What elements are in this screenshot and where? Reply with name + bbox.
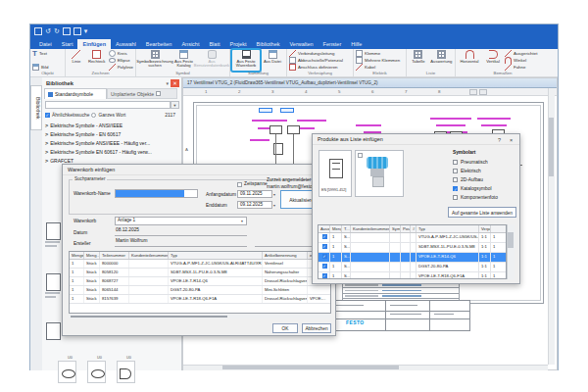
column-header[interactable]: T... bbox=[342, 225, 351, 232]
anschluss-definieren-button[interactable]: Anschluss definieren bbox=[289, 64, 343, 71]
checked-checkbox-icon[interactable]: ✓ bbox=[322, 254, 327, 259]
tabelle-button[interactable]: Tabelle bbox=[409, 50, 428, 71]
ruler-button-right[interactable] bbox=[479, 89, 487, 95]
column-header[interactable]: Meng... bbox=[330, 225, 342, 232]
column-header[interactable]: Menge bbox=[70, 252, 84, 259]
symbolart-option-2d-aufbau[interactable]: 2D-Aufbau bbox=[453, 175, 517, 184]
close-icon[interactable]: × bbox=[507, 136, 515, 144]
tree-expand-icon[interactable]: > bbox=[45, 122, 48, 128]
kreis-button[interactable]: Kreis bbox=[109, 50, 133, 57]
photo-checkbox[interactable] bbox=[358, 153, 363, 158]
mehrere-klemmen-button[interactable]: Mehrere Klemmen bbox=[356, 57, 400, 64]
date-spinner-icon[interactable]: ▾ bbox=[273, 203, 275, 208]
horizontal-button[interactable]: Horizontal bbox=[458, 50, 481, 71]
unchecked-checkbox-icon[interactable] bbox=[453, 169, 458, 173]
column-header[interactable]: Teilenummer bbox=[100, 252, 129, 259]
library-symbol-thumbnail[interactable] bbox=[46, 273, 61, 291]
text-button[interactable]: TText bbox=[32, 50, 48, 57]
pin-icon[interactable]: ▾ bbox=[166, 80, 169, 86]
save-icon[interactable] bbox=[34, 27, 42, 35]
symbolart-option-komponentenfoto[interactable]: Komponentenfoto bbox=[453, 193, 517, 202]
redo-icon[interactable]: ↻ bbox=[54, 28, 60, 34]
winkel-button[interactable]: Winkel bbox=[505, 57, 537, 64]
row-checkbox-cell[interactable]: ✓ bbox=[318, 272, 330, 279]
vertical-scrollbar-thumb[interactable] bbox=[549, 118, 554, 176]
ribbon-tab-fenster[interactable]: Fenster bbox=[318, 39, 347, 49]
cart-item-row[interactable]: 1Stück8157639VPOE-LE-T-R18-Q6-F1ADrossel… bbox=[70, 295, 330, 304]
tab-unplazierte-objekte[interactable]: Unplazierte Objekte bbox=[107, 88, 177, 99]
product-row[interactable]: ✓1S...VTUG-A-P-MF1-Z-JC-US5K/US-ALR...1:… bbox=[318, 233, 506, 243]
column-header[interactable]: Pos... bbox=[401, 225, 411, 232]
ok-button[interactable]: OK bbox=[272, 323, 298, 333]
horizontal-scrollbar-thumb[interactable] bbox=[222, 366, 399, 369]
ribbon-tab-ansicht[interactable]: Ansicht bbox=[176, 39, 204, 49]
column-header[interactable]: Typ bbox=[169, 252, 263, 259]
symbol-card-oval[interactable] bbox=[58, 361, 76, 383]
verbindungsleitung-button[interactable]: Verbindungsleitung bbox=[289, 50, 343, 57]
chevron-down-icon[interactable]: ▾ bbox=[241, 219, 243, 223]
ribbon-tab-hilfe[interactable]: Hilfe bbox=[346, 39, 367, 49]
bild-button[interactable]: Bild bbox=[32, 64, 48, 71]
ellipse-button[interactable]: Ellipse bbox=[109, 57, 133, 64]
products-table-vscrollbar-thumb[interactable] bbox=[508, 232, 514, 248]
ribbon-tab-verwalten[interactable]: Verwalten bbox=[284, 39, 318, 49]
aus-datei-button[interactable]: Aus Datei bbox=[262, 50, 283, 71]
column-header[interactable]: Meng... bbox=[84, 252, 100, 259]
checked-checkbox-icon[interactable]: ✓ bbox=[322, 234, 327, 239]
table-hscrollbar-thumb[interactable] bbox=[71, 316, 227, 318]
cart-item-row[interactable]: 1Stück8000000VTUG-A-P-MF1-Z-JC-US5K/US-A… bbox=[70, 260, 330, 269]
vertikal-button[interactable]: Vertikal bbox=[483, 50, 503, 71]
product-row[interactable]: ✓1S...DGST-20-80-PA1:11 bbox=[318, 263, 506, 272]
ribbon-tab-auswahl[interactable]: Auswahl bbox=[111, 39, 141, 49]
product-row[interactable]: ✓1S...VPOE-LE-T-R14-Q61:11 bbox=[318, 253, 506, 263]
ribbon-tab-bibliothek[interactable]: Bibliothek bbox=[252, 39, 285, 49]
abbruchstelle-button[interactable]: Abbruchstelle/Potenzial bbox=[289, 57, 343, 64]
ribbon-tab-datei[interactable]: Datei bbox=[34, 39, 57, 49]
end-date-input[interactable]: 09.12.2025 bbox=[237, 201, 272, 209]
date-spinner-icon[interactable]: ▾ bbox=[273, 192, 275, 197]
aus-festo-warenkorb-button[interactable]: Aus Festo Warenkorb bbox=[232, 50, 260, 71]
checked-checkbox-icon[interactable]: ✓ bbox=[322, 244, 327, 249]
ribbon-tab-einfügen[interactable]: Einfügen bbox=[77, 39, 111, 49]
klemme-button[interactable]: Klemme bbox=[356, 50, 400, 57]
row-checkbox-cell[interactable]: ✓ bbox=[318, 253, 330, 262]
cart-items-table[interactable]: MengeMeng...TeilenummerKundenteilenummer… bbox=[69, 251, 331, 314]
row-checkbox-cell[interactable]: ✓ bbox=[318, 233, 330, 242]
symbolbezeichnung-suchen-button[interactable]: Symbolbezeichnung suchen bbox=[138, 50, 172, 71]
library-symbol-thumbnail[interactable] bbox=[46, 322, 61, 340]
ribbon-tab-bearbeiten[interactable]: Bearbeiten bbox=[141, 39, 177, 49]
ribbon-tab-blatt[interactable]: Blatt bbox=[204, 39, 224, 49]
library-symbol-thumbnail[interactable] bbox=[46, 222, 61, 240]
cart-item-row[interactable]: 1Stück8065144DGST-20-80-PAMini-Schlitten bbox=[70, 286, 330, 295]
column-header[interactable]: Kundenteilenummer bbox=[351, 225, 390, 232]
unchecked-checkbox-icon[interactable] bbox=[453, 177, 458, 182]
library-tree-item[interactable]: >Elektrische Symbole - EN 60617 bbox=[45, 129, 180, 138]
symbol-card-oval[interactable] bbox=[87, 361, 106, 383]
ribbon-tab-projekt[interactable]: Projekt bbox=[224, 39, 251, 49]
symbolart-option-katalogsymbol[interactable]: ✓Katalogsymbol bbox=[453, 184, 517, 193]
tree-expand-icon[interactable]: > bbox=[45, 131, 48, 137]
linie-button[interactable]: Linie bbox=[68, 50, 85, 71]
tab-standardsymbole[interactable]: Standardsymbole bbox=[44, 88, 107, 99]
library-search-input[interactable] bbox=[45, 101, 171, 109]
whole-word-checkbox[interactable] bbox=[91, 113, 96, 118]
column-header[interactable]: Ausw... bbox=[318, 225, 330, 232]
cart-item-row[interactable]: 1Stück8058120SDBT-MSX-1L-PU-E-0.3-N-M8Nä… bbox=[70, 269, 330, 277]
column-header[interactable]: Verpacku... bbox=[479, 225, 491, 232]
library-close-icon[interactable]: ✕ bbox=[171, 79, 179, 87]
quick-access-menu-icon[interactable]: ▾ bbox=[84, 28, 88, 34]
kabel-button[interactable]: Kabel bbox=[356, 64, 400, 71]
checked-checkbox-icon[interactable]: ✓ bbox=[322, 264, 327, 269]
cancel-button[interactable]: Abbrechen bbox=[302, 323, 331, 333]
column-header[interactable]: Kundenteilenummer bbox=[129, 252, 169, 259]
start-date-input[interactable]: 09.11.2025 bbox=[237, 190, 272, 198]
product-row[interactable]: ✓1S...SDBT-MSX-1L-PU-E-0.3-N-M81:11 bbox=[318, 243, 506, 253]
rechteck-button[interactable]: Rechteck bbox=[87, 50, 107, 71]
apply-to-list-button[interactable]: Auf gesamte Liste anwenden bbox=[448, 207, 516, 218]
auswertung-button[interactable]: Auswertung bbox=[430, 50, 453, 71]
sidebar-tab-bibliothek[interactable]: Bibliothek bbox=[30, 85, 42, 130]
undo-icon[interactable]: ↺ bbox=[45, 28, 51, 34]
ruler-button-left[interactable] bbox=[469, 89, 477, 95]
tree-expand-icon[interactable]: > bbox=[45, 149, 48, 155]
checked-checkbox-icon[interactable]: ✓ bbox=[322, 273, 327, 278]
